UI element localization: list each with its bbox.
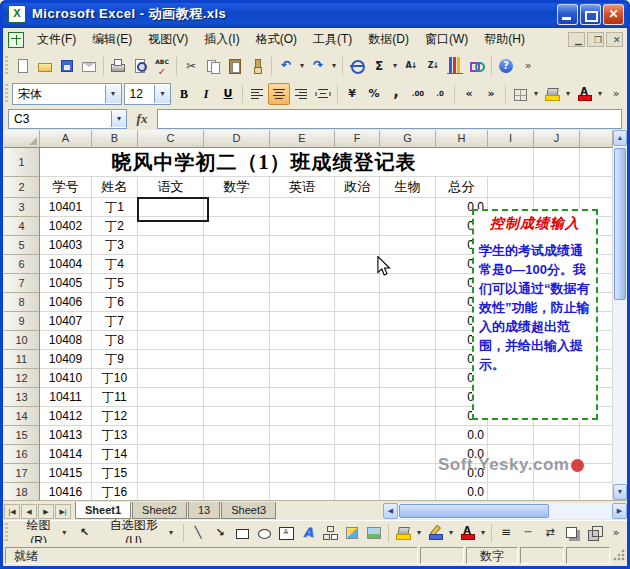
student-id-cell[interactable]: 10403: [40, 236, 92, 255]
diagram-icon[interactable]: [319, 522, 341, 544]
cell[interactable]: [380, 407, 436, 426]
undo-dropdown[interactable]: [297, 55, 307, 77]
column-header[interactable]: E: [270, 130, 335, 148]
new-file-icon[interactable]: [12, 55, 34, 77]
student-name-cell[interactable]: 丁14: [92, 445, 138, 464]
row-header[interactable]: 6: [4, 255, 40, 274]
column-header[interactable]: B: [92, 130, 138, 148]
cell[interactable]: [380, 198, 436, 217]
cell[interactable]: [204, 426, 270, 445]
column-title-cell[interactable]: 学号: [40, 177, 92, 198]
student-id-cell[interactable]: 10412: [40, 407, 92, 426]
cell[interactable]: [335, 255, 380, 274]
cell[interactable]: [534, 177, 580, 198]
row-header[interactable]: 17: [4, 464, 40, 483]
row-header[interactable]: 15: [4, 426, 40, 445]
format-painter-icon[interactable]: [246, 55, 268, 77]
fill-color-dropdown[interactable]: [563, 83, 573, 105]
cell[interactable]: [138, 464, 204, 483]
column-title-cell[interactable]: 生物: [380, 177, 436, 198]
cell[interactable]: [204, 236, 270, 255]
menu-item[interactable]: 窗口(W): [417, 28, 476, 51]
cell[interactable]: [380, 312, 436, 331]
cell[interactable]: [138, 426, 204, 445]
cut-icon[interactable]: [180, 55, 202, 77]
column-header[interactable]: H: [436, 130, 488, 148]
column-header[interactable]: D: [204, 130, 270, 148]
cell[interactable]: [204, 407, 270, 426]
select-all-corner[interactable]: [4, 130, 40, 148]
cell[interactable]: [580, 464, 613, 483]
autosum-dropdown[interactable]: [390, 55, 400, 77]
print-icon[interactable]: [107, 55, 129, 77]
borders-dropdown[interactable]: [531, 83, 541, 105]
row-header[interactable]: 14: [4, 407, 40, 426]
student-name-cell[interactable]: 丁8: [92, 331, 138, 350]
cell[interactable]: [204, 369, 270, 388]
font-size-combo[interactable]: 12 ▾: [124, 83, 171, 105]
cell[interactable]: [270, 350, 335, 369]
paste-icon[interactable]: [224, 55, 246, 77]
picture-icon[interactable]: [363, 522, 385, 544]
cell[interactable]: [138, 445, 204, 464]
font-name-combo[interactable]: 宋体 ▾: [12, 83, 122, 105]
cell[interactable]: [335, 483, 380, 500]
clip-art-icon[interactable]: [341, 522, 363, 544]
decrease-decimal-icon[interactable]: [429, 83, 451, 105]
font-color-dropdown[interactable]: [478, 522, 488, 544]
cell[interactable]: [204, 217, 270, 236]
workbook-close-button[interactable]: ✕: [606, 32, 623, 47]
cell[interactable]: [138, 331, 204, 350]
cell[interactable]: [488, 426, 534, 445]
student-id-cell[interactable]: 10415: [40, 464, 92, 483]
cell[interactable]: [270, 369, 335, 388]
cell[interactable]: [380, 293, 436, 312]
cell[interactable]: [204, 483, 270, 500]
percent-icon[interactable]: [363, 83, 385, 105]
text-box-icon[interactable]: [275, 522, 297, 544]
cell[interactable]: [380, 426, 436, 445]
scroll-right-icon[interactable]: ▶: [612, 503, 627, 519]
cell[interactable]: [488, 483, 534, 500]
copy-icon[interactable]: [202, 55, 224, 77]
cell[interactable]: [270, 426, 335, 445]
cell[interactable]: [270, 198, 335, 217]
cell[interactable]: [380, 274, 436, 293]
column-header[interactable]: J: [534, 130, 580, 148]
chart-wizard-icon[interactable]: [444, 55, 466, 77]
cell[interactable]: [380, 350, 436, 369]
student-id-cell[interactable]: 10404: [40, 255, 92, 274]
cell[interactable]: [488, 148, 534, 177]
row-header[interactable]: 7: [4, 274, 40, 293]
student-name-cell[interactable]: 丁4: [92, 255, 138, 274]
comma-icon[interactable]: [385, 83, 407, 105]
row-header[interactable]: 8: [4, 293, 40, 312]
line-color-icon[interactable]: [424, 522, 446, 544]
menu-item[interactable]: 帮助(H): [476, 28, 533, 51]
column-title-cell[interactable]: 总分: [436, 177, 488, 198]
rectangle-icon[interactable]: [231, 522, 253, 544]
student-id-cell[interactable]: 10416: [40, 483, 92, 500]
student-name-cell[interactable]: 丁11: [92, 388, 138, 407]
student-name-cell[interactable]: 丁5: [92, 274, 138, 293]
student-name-cell[interactable]: 丁16: [92, 483, 138, 500]
horizontal-scrollbar[interactable]: ◀ ▶: [383, 503, 627, 519]
cell[interactable]: [335, 217, 380, 236]
email-icon[interactable]: [78, 55, 100, 77]
spelling-icon[interactable]: [151, 55, 173, 77]
student-id-cell[interactable]: 10409: [40, 350, 92, 369]
cell[interactable]: [380, 464, 436, 483]
restore-button[interactable]: [580, 4, 601, 25]
workbook-restore-button[interactable]: ❐: [587, 32, 604, 47]
sheet-tab[interactable]: Sheet3: [221, 502, 276, 519]
student-id-cell[interactable]: 10406: [40, 293, 92, 312]
student-id-cell[interactable]: 10401: [40, 198, 92, 217]
student-id-cell[interactable]: 10414: [40, 445, 92, 464]
student-id-cell[interactable]: 10413: [40, 426, 92, 445]
student-id-cell[interactable]: 10407: [40, 312, 92, 331]
comment-text-box[interactable]: 控制成绩输入 学生的考试成绩通常是0—100分。我们可以通过“数据有效性”功能，…: [472, 209, 598, 420]
cell[interactable]: [204, 388, 270, 407]
row-header[interactable]: 10: [4, 331, 40, 350]
sort-descending-icon[interactable]: [422, 55, 444, 77]
undo-icon[interactable]: [275, 55, 297, 77]
